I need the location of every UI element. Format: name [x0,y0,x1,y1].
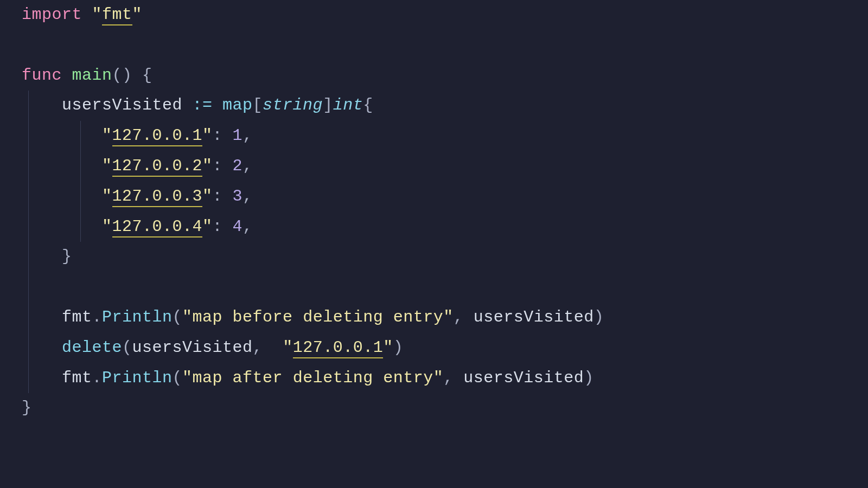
method-println: Println [102,308,173,326]
function-main: main [72,66,112,85]
code-line[interactable]: import "fmt" [22,0,846,30]
code-line[interactable]: "127.0.0.3": 3, [22,182,846,212]
code-line[interactable]: "127.0.0.2": 2, [22,151,846,182]
string-literal: 127.0.0.1 [293,338,384,358]
code-line[interactable]: delete(usersVisited, "127.0.0.1") [22,333,846,363]
code-line-empty[interactable] [22,272,846,303]
code-line[interactable]: } [22,393,846,423]
identifier-usersVisited: usersVisited [62,96,182,114]
map-key: 127.0.0.2 [112,157,203,177]
keyword-import: import [22,5,82,24]
type-string: string [263,96,323,114]
number-literal: 3 [233,187,243,206]
string-fmt: fmt [102,5,132,25]
number-literal: 4 [233,217,243,236]
string-literal: "map after deleting entry" [182,369,443,387]
number-literal: 2 [233,157,243,175]
code-line[interactable]: "127.0.0.1": 1, [22,121,846,151]
code-editor[interactable]: import "fmt" func main() { usersVisited … [0,0,868,423]
package-fmt: fmt [62,369,92,387]
code-line[interactable]: fmt.Println("map after deleting entry", … [22,363,846,394]
code-line[interactable]: usersVisited := map[string]int{ [22,91,846,121]
code-line[interactable]: fmt.Println("map before deleting entry",… [22,303,846,333]
type-int: int [333,96,363,114]
code-line[interactable]: func main() { [22,61,846,91]
keyword-func: func [22,66,62,85]
keyword-map: map [222,96,253,114]
code-line[interactable]: "127.0.0.4": 4, [22,212,846,242]
number-literal: 1 [233,126,243,145]
code-line[interactable]: } [22,242,846,272]
code-line-empty[interactable] [22,30,846,61]
map-key: 127.0.0.1 [112,126,203,146]
map-key: 127.0.0.4 [112,217,203,237]
string-literal: "map before deleting entry" [182,308,454,326]
builtin-delete: delete [62,338,122,357]
method-println: Println [102,369,173,387]
package-fmt: fmt [62,308,92,326]
map-key: 127.0.0.3 [112,187,203,207]
